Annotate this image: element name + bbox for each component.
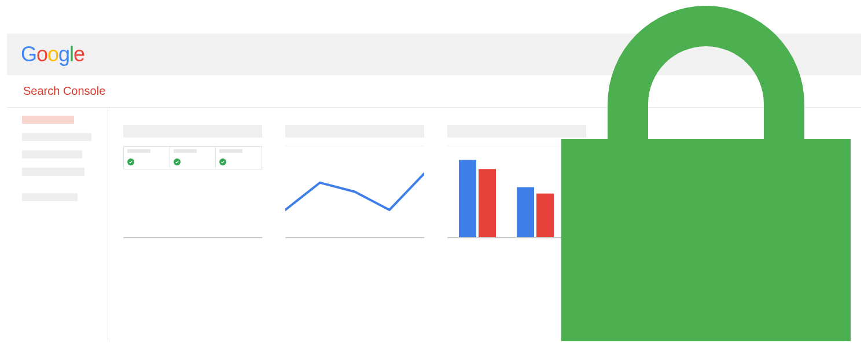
card-header	[447, 125, 586, 138]
checkmark-icon	[174, 158, 181, 165]
product-row: Search Console	[7, 75, 861, 108]
card-line-chart	[285, 125, 424, 238]
google-logo: Google	[21, 42, 84, 67]
sidebar-item[interactable]	[22, 150, 82, 158]
status-label	[127, 149, 150, 153]
card-body	[285, 146, 424, 238]
sidebar-item[interactable]	[22, 133, 91, 141]
card-body	[447, 146, 586, 238]
page: Google Search Console	[0, 0, 868, 347]
bar-chart	[447, 146, 586, 237]
topbar: Google	[7, 34, 861, 75]
line-chart	[285, 146, 424, 237]
body	[7, 108, 861, 341]
sidebar	[7, 116, 108, 211]
status-cell	[124, 147, 170, 169]
status-cell	[216, 147, 262, 169]
sidebar-item[interactable]	[22, 168, 84, 176]
card-body	[123, 146, 262, 238]
card-bar-chart	[447, 125, 586, 238]
svg-rect-2	[517, 187, 534, 237]
status-row	[123, 146, 262, 169]
checkmark-icon	[219, 158, 226, 165]
svg-rect-0	[459, 160, 476, 237]
svg-rect-1	[479, 169, 496, 237]
card-header	[285, 125, 424, 138]
card-status	[123, 125, 262, 238]
sidebar-item[interactable]	[22, 193, 78, 201]
status-cell	[170, 147, 216, 169]
status-label	[219, 149, 242, 153]
cards-row	[123, 108, 846, 238]
status-label	[174, 149, 197, 153]
content	[108, 108, 861, 341]
card-header	[123, 125, 262, 138]
checkmark-icon	[127, 158, 134, 165]
product-name[interactable]: Search Console	[23, 84, 105, 98]
sidebar-item-active[interactable]	[22, 116, 74, 124]
svg-rect-3	[536, 194, 554, 237]
